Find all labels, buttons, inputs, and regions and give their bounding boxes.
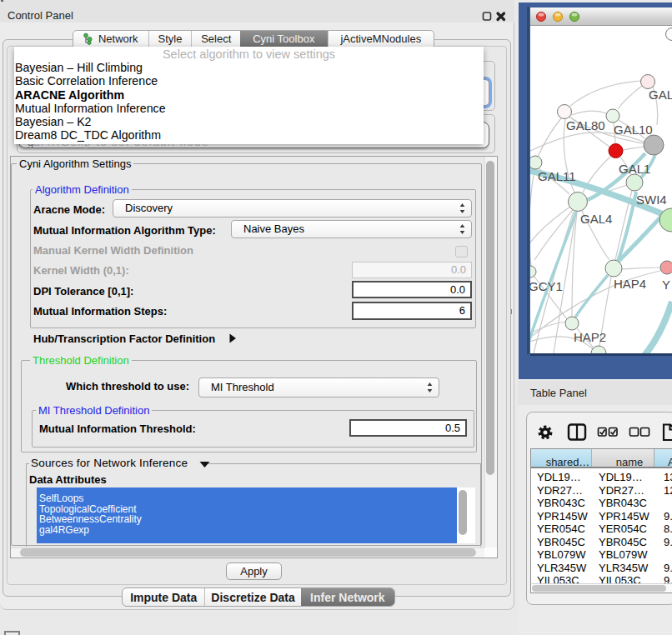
svg-text:GAL4: GAL4 [580, 212, 612, 226]
svg-text:Y: Y [662, 278, 670, 292]
svg-text:GAL1: GAL1 [619, 162, 650, 176]
svg-text:SWI4: SWI4 [636, 192, 667, 207]
svg-text:GCY1: GCY1 [530, 279, 563, 293]
svg-text:GAL11: GAL11 [538, 169, 576, 183]
svg-text:GAL80: GAL80 [566, 118, 605, 132]
svg-text:GAL10: GAL10 [614, 122, 653, 137]
svg-text:HAP4: HAP4 [614, 277, 646, 291]
svg-text:HAP2: HAP2 [574, 330, 606, 344]
svg-text:GAL7: GAL7 [649, 88, 672, 102]
